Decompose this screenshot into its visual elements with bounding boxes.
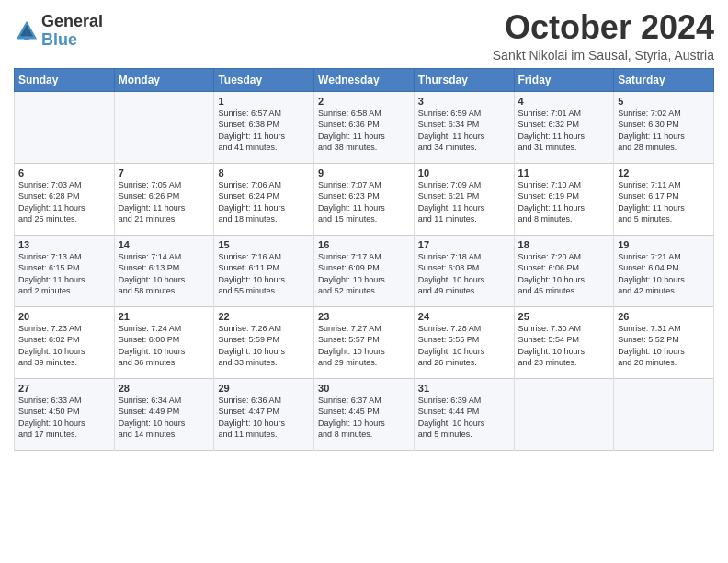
calendar-cell: 14Sunrise: 7:14 AM Sunset: 6:13 PM Dayli…	[114, 235, 214, 306]
logo-icon	[14, 18, 40, 44]
calendar-cell: 23Sunrise: 7:27 AM Sunset: 5:57 PM Dayli…	[314, 306, 415, 378]
calendar-cell: 19Sunrise: 7:21 AM Sunset: 6:04 PM Dayli…	[614, 235, 714, 306]
weekday-header: Sunday	[15, 68, 115, 91]
header: General Blue October 2024 Sankt Nikolai …	[14, 9, 714, 63]
day-number: 25	[518, 311, 610, 322]
calendar-cell: 30Sunrise: 6:37 AM Sunset: 4:45 PM Dayli…	[314, 378, 415, 450]
day-info: Sunrise: 7:26 AM Sunset: 5:59 PM Dayligh…	[218, 323, 310, 369]
day-number: 18	[518, 239, 610, 250]
day-info: Sunrise: 6:33 AM Sunset: 4:50 PM Dayligh…	[18, 395, 110, 441]
day-number: 4	[518, 96, 610, 107]
calendar-cell	[114, 91, 214, 163]
calendar-cell: 7Sunrise: 7:05 AM Sunset: 6:26 PM Daylig…	[114, 163, 214, 235]
weekday-header: Wednesday	[314, 68, 415, 91]
day-number: 15	[218, 239, 310, 250]
calendar-week-row: 1Sunrise: 6:57 AM Sunset: 6:38 PM Daylig…	[15, 91, 714, 163]
day-number: 23	[318, 311, 410, 322]
weekday-header: Saturday	[614, 68, 714, 91]
day-info: Sunrise: 7:16 AM Sunset: 6:11 PM Dayligh…	[218, 251, 310, 297]
calendar-cell: 21Sunrise: 7:24 AM Sunset: 6:00 PM Dayli…	[114, 306, 214, 378]
day-info: Sunrise: 7:27 AM Sunset: 5:57 PM Dayligh…	[318, 323, 410, 369]
calendar-cell	[614, 378, 714, 450]
calendar-cell: 8Sunrise: 7:06 AM Sunset: 6:24 PM Daylig…	[214, 163, 314, 235]
calendar-cell: 9Sunrise: 7:07 AM Sunset: 6:23 PM Daylig…	[314, 163, 415, 235]
calendar-cell: 17Sunrise: 7:18 AM Sunset: 6:08 PM Dayli…	[414, 235, 514, 306]
day-number: 6	[18, 167, 110, 178]
day-number: 27	[18, 383, 110, 394]
day-info: Sunrise: 6:34 AM Sunset: 4:49 PM Dayligh…	[119, 395, 210, 441]
day-info: Sunrise: 7:09 AM Sunset: 6:21 PM Dayligh…	[418, 179, 510, 225]
day-info: Sunrise: 6:59 AM Sunset: 6:34 PM Dayligh…	[418, 108, 510, 154]
calendar-cell: 31Sunrise: 6:39 AM Sunset: 4:44 PM Dayli…	[414, 378, 514, 450]
day-number: 29	[218, 383, 310, 394]
day-number: 30	[318, 383, 410, 394]
svg-rect-2	[24, 36, 29, 40]
calendar-cell: 24Sunrise: 7:28 AM Sunset: 5:55 PM Dayli…	[414, 306, 514, 378]
day-number: 13	[18, 239, 110, 250]
calendar-cell: 10Sunrise: 7:09 AM Sunset: 6:21 PM Dayli…	[414, 163, 514, 235]
day-number: 8	[218, 167, 310, 178]
calendar-cell: 27Sunrise: 6:33 AM Sunset: 4:50 PM Dayli…	[15, 378, 115, 450]
logo-text: General Blue	[41, 13, 103, 50]
calendar-cell: 20Sunrise: 7:23 AM Sunset: 6:02 PM Dayli…	[15, 306, 115, 378]
logo-line1: General	[41, 13, 103, 31]
day-number: 16	[318, 239, 410, 250]
day-number: 9	[318, 167, 410, 178]
day-number: 21	[119, 311, 210, 322]
calendar-cell: 11Sunrise: 7:10 AM Sunset: 6:19 PM Dayli…	[514, 163, 614, 235]
day-info: Sunrise: 7:21 AM Sunset: 6:04 PM Dayligh…	[618, 251, 710, 297]
day-info: Sunrise: 7:07 AM Sunset: 6:23 PM Dayligh…	[318, 179, 410, 225]
calendar-cell: 6Sunrise: 7:03 AM Sunset: 6:28 PM Daylig…	[15, 163, 115, 235]
day-info: Sunrise: 7:02 AM Sunset: 6:30 PM Dayligh…	[618, 108, 710, 154]
month-title: October 2024	[493, 9, 714, 46]
day-info: Sunrise: 6:36 AM Sunset: 4:47 PM Dayligh…	[218, 395, 310, 441]
calendar-week-row: 13Sunrise: 7:13 AM Sunset: 6:15 PM Dayli…	[15, 235, 714, 306]
calendar-cell	[514, 378, 614, 450]
day-info: Sunrise: 7:17 AM Sunset: 6:09 PM Dayligh…	[318, 251, 410, 297]
title-block: October 2024 Sankt Nikolai im Sausal, St…	[493, 9, 714, 63]
day-number: 12	[618, 167, 710, 178]
calendar-cell: 3Sunrise: 6:59 AM Sunset: 6:34 PM Daylig…	[414, 91, 514, 163]
calendar-cell: 5Sunrise: 7:02 AM Sunset: 6:30 PM Daylig…	[614, 91, 714, 163]
day-info: Sunrise: 7:13 AM Sunset: 6:15 PM Dayligh…	[18, 251, 110, 297]
day-number: 11	[518, 167, 610, 178]
calendar-body: 1Sunrise: 6:57 AM Sunset: 6:38 PM Daylig…	[15, 91, 714, 450]
calendar-cell: 12Sunrise: 7:11 AM Sunset: 6:17 PM Dayli…	[614, 163, 714, 235]
day-info: Sunrise: 7:31 AM Sunset: 5:52 PM Dayligh…	[618, 323, 710, 369]
day-info: Sunrise: 7:23 AM Sunset: 6:02 PM Dayligh…	[18, 323, 110, 369]
weekday-header: Friday	[514, 68, 614, 91]
day-number: 7	[119, 167, 210, 178]
calendar-week-row: 27Sunrise: 6:33 AM Sunset: 4:50 PM Dayli…	[15, 378, 714, 450]
day-info: Sunrise: 7:03 AM Sunset: 6:28 PM Dayligh…	[18, 179, 110, 225]
day-number: 10	[418, 167, 510, 178]
day-info: Sunrise: 7:10 AM Sunset: 6:19 PM Dayligh…	[518, 179, 610, 225]
day-info: Sunrise: 7:14 AM Sunset: 6:13 PM Dayligh…	[119, 251, 210, 297]
day-number: 2	[318, 96, 410, 107]
day-info: Sunrise: 6:37 AM Sunset: 4:45 PM Dayligh…	[318, 395, 410, 441]
day-info: Sunrise: 7:18 AM Sunset: 6:08 PM Dayligh…	[418, 251, 510, 297]
weekday-header: Tuesday	[214, 68, 314, 91]
calendar-table: SundayMondayTuesdayWednesdayThursdayFrid…	[14, 68, 714, 451]
calendar-cell: 22Sunrise: 7:26 AM Sunset: 5:59 PM Dayli…	[214, 306, 314, 378]
header-row: SundayMondayTuesdayWednesdayThursdayFrid…	[15, 68, 714, 91]
day-info: Sunrise: 7:24 AM Sunset: 6:00 PM Dayligh…	[119, 323, 210, 369]
calendar-cell: 26Sunrise: 7:31 AM Sunset: 5:52 PM Dayli…	[614, 306, 714, 378]
day-info: Sunrise: 6:57 AM Sunset: 6:38 PM Dayligh…	[218, 108, 310, 154]
day-info: Sunrise: 7:11 AM Sunset: 6:17 PM Dayligh…	[618, 179, 710, 225]
day-number: 26	[618, 311, 710, 322]
calendar-cell: 29Sunrise: 6:36 AM Sunset: 4:47 PM Dayli…	[214, 378, 314, 450]
day-info: Sunrise: 7:28 AM Sunset: 5:55 PM Dayligh…	[418, 323, 510, 369]
calendar-cell: 15Sunrise: 7:16 AM Sunset: 6:11 PM Dayli…	[214, 235, 314, 306]
calendar-cell: 2Sunrise: 6:58 AM Sunset: 6:36 PM Daylig…	[314, 91, 415, 163]
calendar-week-row: 6Sunrise: 7:03 AM Sunset: 6:28 PM Daylig…	[15, 163, 714, 235]
calendar-week-row: 20Sunrise: 7:23 AM Sunset: 6:02 PM Dayli…	[15, 306, 714, 378]
day-number: 24	[418, 311, 510, 322]
day-info: Sunrise: 7:01 AM Sunset: 6:32 PM Dayligh…	[518, 108, 610, 154]
day-number: 14	[119, 239, 210, 250]
calendar-cell: 13Sunrise: 7:13 AM Sunset: 6:15 PM Dayli…	[15, 235, 115, 306]
day-number: 31	[418, 383, 510, 394]
day-info: Sunrise: 6:58 AM Sunset: 6:36 PM Dayligh…	[318, 108, 410, 154]
location-subtitle: Sankt Nikolai im Sausal, Styria, Austria	[493, 48, 714, 63]
page: General Blue October 2024 Sankt Nikolai …	[0, 0, 728, 563]
day-number: 20	[18, 311, 110, 322]
